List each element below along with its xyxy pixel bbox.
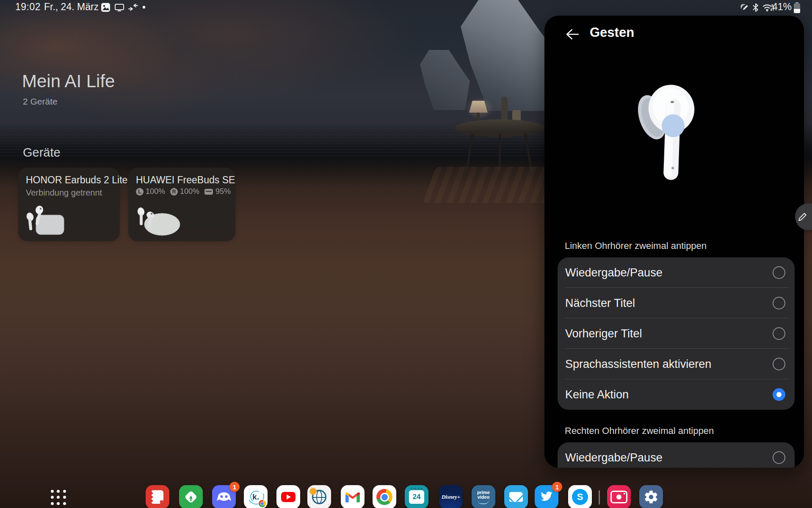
radio-button[interactable] [773,266,785,279]
battery-status-row: L 100% R 100% 95% [136,187,231,196]
dock-icon-calendar[interactable]: 24 [405,485,428,508]
disney-plus-logo: Disney+ [442,494,460,500]
dock-icon-notes-app[interactable] [146,485,169,508]
device-name: HUAWEI FreeBuds SE [136,174,235,186]
dock-icon-feedly[interactable] [179,485,203,508]
smart-view-icon [114,3,124,12]
case-battery: 95% [215,187,231,196]
dock-icon-gmail[interactable] [341,485,365,508]
sun-icon [310,488,316,494]
option-label: Wiedergabe/Pause [565,451,663,464]
left-earbud-options-card: Wiedergabe/Pause Nächster Titel Vorherig… [558,257,795,410]
dock-icon-chrome[interactable] [373,485,396,508]
notification-dot [142,6,146,9]
status-time: 19:02 [15,1,41,13]
radio-button[interactable] [773,451,785,464]
dock-icon-discord[interactable]: 1 [212,485,236,508]
calendar-day: 24 [409,490,424,504]
option-naechster-titel[interactable]: Nächster Titel [558,288,795,318]
pencil-icon [797,211,808,222]
option-label: Keine Aktion [565,388,629,401]
gear-icon [644,489,659,505]
youtube-play-icon [281,492,296,502]
chrome-logo [376,489,392,505]
dock-icon-k-news-app[interactable]: k. [244,485,268,508]
devices-section-title: Geräte [23,146,61,160]
left-earbud-battery: 100% [146,187,165,196]
dock-icon-prime-video[interactable]: prime video [472,485,495,508]
device-card-honor-earbuds[interactable]: HONOR Earbuds 2 Lite Verbindung getrennt [18,168,120,241]
radio-button-selected[interactable] [773,388,785,401]
dock-icon-youtube[interactable] [276,485,300,508]
case-battery-icon [204,189,213,195]
right-earbud-options-card: Wiedergabe/Pause [558,442,795,468]
device-count: 2 Geräte [23,97,58,107]
video-label: video [478,495,490,500]
chrome-mini-badge [258,500,266,508]
status-date: Fr., 24. März [44,1,99,13]
app-drawer-button[interactable] [51,490,66,505]
gestures-panel: Gesten Linken Ohrhörer zweimal antippen … [544,16,804,468]
notification-badge: 1 [552,482,562,492]
option-label: Vorheriger Titel [565,327,642,340]
option-sprachassistenten[interactable]: Sprachassistenten aktivieren [558,349,795,379]
twitter-bird-icon [540,491,553,503]
battery-icon [793,2,801,14]
earbuds-with-case-image [132,202,187,240]
back-arrow-icon [565,28,580,40]
option-keine-aktion[interactable]: Keine Aktion [558,379,795,410]
data-transfer-icon [128,3,139,12]
dock-icon-weather[interactable] [307,485,331,508]
envelope-icon [509,492,523,502]
device-status: Verbindung getrennt [26,188,102,198]
earbuds-with-case-image [22,202,72,240]
dock-icon-email[interactable] [504,485,528,508]
battery-percent: 41% [772,1,792,13]
dock-icon-camera[interactable] [607,485,631,508]
radio-button[interactable] [773,327,785,340]
option-wiedergabe-pause-right[interactable]: Wiedergabe/Pause [558,442,795,468]
option-wiedergabe-pause[interactable]: Wiedergabe/Pause [558,257,795,288]
section-label-left-earbud: Linken Ohrhörer zweimal antippen [565,240,707,251]
dock-icon-disney-plus[interactable]: Disney+ [439,485,463,508]
status-bar: 19:02 Fr., 24. März 6 41% [0,0,812,15]
prime-smile-arrow [478,500,489,504]
stylus-icon [739,3,750,13]
dock-separator [599,490,600,505]
earbud-illustration [634,78,715,188]
k-app-label: k. [252,492,259,502]
bluetooth-icon [752,3,760,13]
dock-icon-twitter[interactable]: 1 [535,485,558,508]
device-name: HONOR Earbuds 2 Lite [26,174,127,186]
radio-button[interactable] [773,297,785,309]
option-label: Nächster Titel [565,297,635,310]
radio-button[interactable] [773,358,785,370]
section-label-right-earbud: Rechten Ohrhörer zweimal antippen [565,425,714,436]
right-earbud-battery-icon: R [170,188,178,196]
screenshot-icon [101,3,110,12]
page-title: Mein AI Life [22,71,115,91]
option-vorheriger-titel[interactable]: Vorheriger Titel [558,318,795,349]
left-earbud-battery-icon: L [136,188,144,196]
option-label: Sprachassistenten aktivieren [565,358,711,371]
panel-title: Gesten [590,25,634,40]
panel-header: Gesten [544,16,804,54]
camera-icon [610,491,627,503]
option-label: Wiedergabe/Pause [565,266,663,279]
dock-icon-settings[interactable] [639,485,663,508]
device-card-freebuds-se[interactable]: HUAWEI FreeBuds SE L 100% R 100% 95% [128,168,235,241]
right-earbud-battery: 100% [180,187,199,196]
prime-label: prime [477,490,490,495]
dock-icon-skype[interactable]: S [568,485,592,508]
skype-letter: S [577,491,583,502]
back-button[interactable] [562,24,583,44]
notification-badge: 1 [229,482,240,492]
